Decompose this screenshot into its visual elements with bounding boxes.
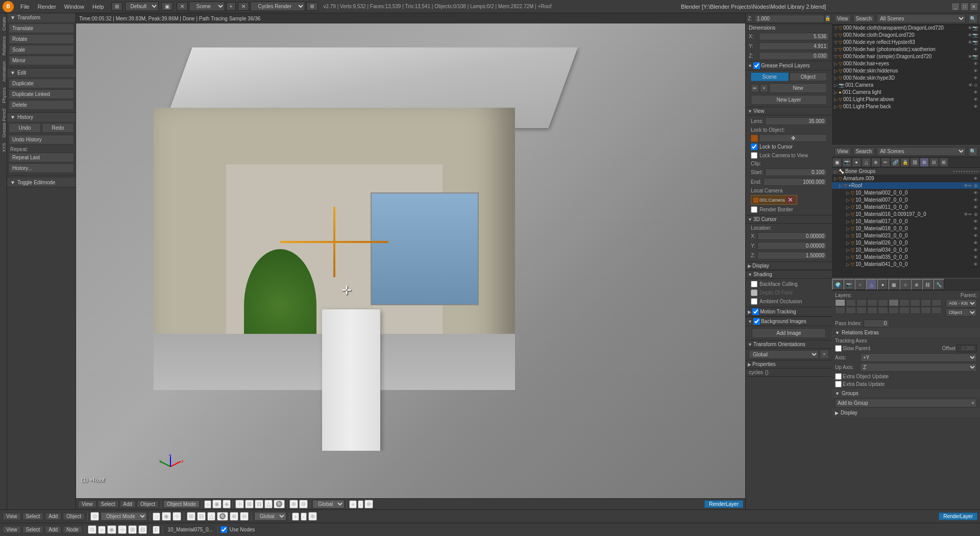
vtab-create[interactable]: Create — [1, 14, 6, 33]
mat034-eye[interactable]: 👁 — [973, 248, 978, 253]
mat035-item[interactable]: ▷ ▽ 10_Material035_0_0_0 👁 — [832, 254, 980, 261]
render-menu[interactable]: Render — [34, 3, 60, 11]
bb2-icon2[interactable]: ○ — [98, 526, 106, 534]
outliner-top-search-btn[interactable]: Search — [853, 15, 875, 22]
viewport-icon-6[interactable]: ⊟ — [255, 500, 263, 508]
bb1-icon6[interactable]: ⊟ — [197, 512, 206, 521]
cursor-x-input[interactable] — [757, 232, 827, 240]
bg-checkbox[interactable] — [753, 318, 760, 325]
object-menu-btn[interactable]: Object — [137, 500, 159, 508]
props-tab-modifiers[interactable]: 🔧 — [933, 279, 944, 290]
outliner-bottom-search-btn-icon[interactable]: 🔍 — [968, 147, 977, 156]
orientation-select[interactable]: Global — [749, 350, 819, 359]
outliner-top-scene-select[interactable]: All Scenes — [877, 14, 966, 23]
mat023-eye[interactable]: 👁 — [973, 233, 978, 238]
history-btn[interactable]: History... — [9, 163, 74, 173]
mat023-item[interactable]: ▷ ▽ 10_Material023_0_0_0 👁 — [832, 232, 980, 239]
item-eye-6[interactable]: 👁 — [973, 68, 978, 74]
help-menu[interactable]: Help — [88, 3, 108, 11]
mat016-item[interactable]: ▷ ▽ 10_Material016_0.009197_0_0 👁 ✏ ⊕ — [832, 211, 980, 218]
new-layer-btn[interactable]: New Layer — [751, 95, 827, 105]
history-header[interactable]: ▼ History — [7, 113, 76, 121]
viewport-icon-11[interactable]: + — [349, 500, 356, 508]
props-tab-object[interactable]: ○ — [854, 279, 866, 290]
ob-toolbar-btn5[interactable]: ⊕ — [871, 158, 880, 167]
ob-toolbar-btn1[interactable]: ▣ — [832, 158, 842, 167]
z-lock-btn[interactable]: 🔒 — [824, 14, 831, 22]
item-eye-9[interactable]: 👁 — [973, 90, 978, 95]
bb2-use-nodes-checkbox[interactable] — [220, 526, 227, 533]
ob-toolbar-btn12[interactable]: ⊠ — [939, 158, 948, 167]
bb1-object-btn[interactable]: Object — [63, 513, 85, 520]
item-restrict-8[interactable]: ⊙ — [974, 83, 978, 88]
layout-icons2[interactable]: ✕ — [177, 2, 188, 11]
arm-eye[interactable]: 👁 — [973, 176, 978, 181]
scene-del-btn[interactable]: ✕ — [238, 2, 249, 11]
lens-input[interactable] — [765, 117, 827, 125]
viewport-icon-12[interactable]: - — [358, 500, 364, 508]
roof-eye[interactable]: 👁 — [964, 183, 968, 188]
item-eye-7[interactable]: 👁 — [973, 76, 978, 81]
viewport-icon-9[interactable]: ⊕ — [289, 500, 298, 508]
cursor-y-input[interactable] — [757, 242, 827, 250]
bb1-icon7[interactable]: △ — [207, 512, 215, 521]
bb1-icon13[interactable]: ⊕ — [308, 512, 317, 521]
slow-parent-checkbox[interactable] — [835, 345, 842, 352]
bb2-icon4[interactable]: ⊹ — [118, 525, 127, 534]
viewport-scene[interactable]: ✛ X Y Z (1) +Roof — [76, 23, 745, 498]
gp-checkbox[interactable] — [753, 62, 760, 69]
props-tab-constraints[interactable]: ⛓ — [922, 279, 933, 290]
layer-13[interactable] — [856, 307, 867, 314]
up-axis-select[interactable]: Z — [860, 363, 977, 372]
bb2-icon6[interactable]: ⊟ — [138, 525, 147, 534]
ao-checkbox[interactable] — [751, 298, 757, 305]
renderer-selector[interactable]: Cycles Render — [250, 2, 305, 11]
edit-header[interactable]: ▼ Edit — [7, 68, 76, 77]
pass-index-input[interactable] — [864, 320, 889, 327]
viewport-icon-7[interactable]: △ — [264, 500, 273, 508]
mode-selector[interactable]: Default — [125, 2, 159, 11]
bone-groups-item[interactable]: ▷ 🦴 Bone Groups • • • • • • • • • • — [832, 168, 980, 175]
parent-type-select[interactable]: Object — [946, 308, 977, 316]
viewport-icon-10[interactable]: ⊖ — [299, 500, 308, 508]
bb1-select-btn[interactable]: Select — [22, 513, 44, 520]
minimize-btn[interactable]: _ — [951, 3, 960, 11]
outliner-item-5[interactable]: ▷ ▽ 000:Node:hair+eyes 👁 — [832, 60, 980, 67]
delete-btn[interactable]: Delete — [9, 100, 74, 110]
bb1-view-btn[interactable]: View — [3, 513, 21, 520]
outliner-item-8[interactable]: ▷ 📷 001:Camera 👁 ⊙ — [832, 82, 980, 89]
extra-obj-checkbox[interactable] — [835, 373, 842, 380]
ob-toolbar-btn7[interactable]: 🔗 — [891, 158, 900, 167]
layer-1[interactable] — [835, 299, 845, 306]
extra-data-checkbox[interactable] — [835, 381, 842, 387]
close-btn[interactable]: ✕ — [970, 3, 978, 11]
viewport-icon-1[interactable]: ○ — [204, 500, 212, 508]
dof-checkbox[interactable] — [751, 289, 757, 296]
bb1-icon5[interactable]: ⊞ — [187, 512, 195, 521]
item-eye-2[interactable]: 👁 — [968, 40, 972, 45]
outliner-item-4[interactable]: ▽ ▽ 000:Node:hair (simple):DragonLord720… — [832, 53, 980, 60]
bb1-icon11[interactable]: + — [292, 513, 299, 521]
bb1-icon8[interactable]: 🔘 — [217, 512, 228, 521]
outliner-top-search-icon-btn[interactable]: 🔍 — [968, 14, 977, 23]
render-layer-btn[interactable]: RenderLayer — [704, 500, 743, 508]
parent-select[interactable]: A06 - Kitchen scene:dee... — [946, 299, 977, 307]
layer-20[interactable] — [932, 307, 942, 314]
vtab-xys[interactable]: XYS — [1, 140, 6, 155]
mat016-eye[interactable]: 👁 — [964, 212, 968, 217]
bb2-icon3[interactable]: ◉ — [107, 525, 116, 534]
outliner-item-7[interactable]: ▷ ▽ 000:Node:skin:hype3D 👁 — [832, 75, 980, 82]
bb2-icon7[interactable]: F — [153, 526, 160, 534]
outliner-bottom-view-btn[interactable]: View — [835, 148, 851, 155]
mat007-item[interactable]: ▷ ▽ 10_Material007_0_0_0 👁 — [832, 197, 980, 204]
ob-toolbar-btn11[interactable]: ⊟ — [929, 158, 939, 167]
bb1-icon2[interactable]: ○ — [153, 513, 160, 521]
bb2-view-btn[interactable]: View — [3, 526, 21, 533]
ob-toolbar-btn8[interactable]: 🔒 — [900, 158, 910, 167]
eyedropper-btn[interactable]: ✤ — [759, 134, 827, 142]
gp-pencil-btn[interactable]: ✏ — [751, 84, 759, 92]
bb2-add-btn[interactable]: Add — [45, 526, 61, 533]
outliner-item-6[interactable]: ▷ ▽ 000:Node:skin:hiddenus 👁 — [832, 67, 980, 75]
dim-x-input[interactable] — [759, 33, 829, 40]
select-menu-btn[interactable]: Select — [97, 500, 119, 508]
